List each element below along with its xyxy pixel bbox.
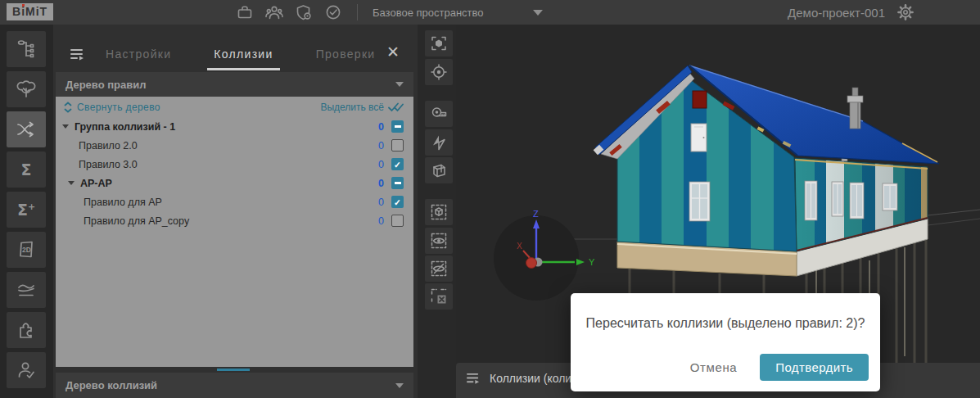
navigation-gizmo[interactable]: Z Y X — [494, 209, 595, 301]
tree-row-rule[interactable]: Правило 3.0 0 — [56, 155, 413, 174]
nature-tree-icon — [16, 79, 37, 100]
collapse-tree-link[interactable]: Свернуть дерево — [77, 102, 160, 113]
sidebar-item-user-check[interactable] — [7, 352, 46, 388]
select-all-control[interactable]: Выделить всё — [320, 102, 404, 113]
section-plane-icon — [430, 133, 448, 152]
chevron-down-icon — [395, 383, 404, 388]
collisions-tree-title: Дерево коллизий — [65, 379, 157, 391]
gable-door — [691, 124, 707, 152]
sidebar-item-sum-add[interactable]: Σ+ — [7, 192, 46, 228]
bimit-app: BiMiT Базовое пространство Демо-проект-0… — [0, 0, 980, 398]
fit-view-button[interactable] — [425, 30, 453, 57]
briefcase-icon[interactable] — [236, 3, 254, 21]
workspace-selector[interactable]: Базовое пространство — [373, 7, 543, 19]
view-toolbar — [418, 25, 456, 398]
chimney — [847, 88, 863, 129]
gear-icon[interactable] — [896, 3, 915, 21]
close-icon[interactable]: ✕ — [386, 46, 400, 59]
tree-row-label: Правило 3.0 — [79, 159, 138, 170]
measure-button[interactable] — [425, 101, 453, 127]
sidebar-item-approximation[interactable] — [7, 272, 46, 308]
plugins-icon — [16, 319, 37, 341]
hide-selected-icon — [430, 260, 448, 278]
expand-caret-icon[interactable] — [62, 124, 69, 129]
hide-selected-button[interactable] — [425, 256, 453, 282]
sidebar-item-sheets-2d[interactable]: 2D — [7, 232, 46, 268]
section-box-icon — [430, 161, 448, 179]
expand-caret-icon[interactable] — [68, 181, 75, 185]
selection-box-button[interactable] — [425, 199, 453, 225]
gizmo-x-label: X — [517, 242, 522, 251]
collisions-tree-header[interactable]: Дерево коллизий — [56, 373, 413, 398]
gizmo-z-label: Z — [533, 209, 539, 219]
panel-collapse-icon[interactable] — [70, 47, 86, 66]
tree-row-group[interactable]: АР-АР 0 — [56, 174, 413, 192]
dialog-message: Пересчитать коллизии (выделено правил: 2… — [571, 316, 880, 331]
rules-tree: Свернуть дерево Выделить всё Группа колл… — [56, 97, 413, 367]
tree-row-label: Группа коллизий - 1 — [75, 121, 175, 133]
sidebar-item-plugins[interactable] — [7, 312, 46, 348]
tree-row-rule[interactable]: Правило для АР 0 — [56, 192, 413, 211]
topbar-right: Демо-проект-001 — [788, 0, 915, 25]
rule-checkbox[interactable] — [391, 196, 404, 208]
model-tree-icon — [16, 38, 37, 60]
confirm-button[interactable]: Подтвердить — [760, 354, 869, 381]
project-title: Демо-проект-001 — [788, 6, 885, 20]
cancel-button[interactable]: Отмена — [690, 360, 737, 374]
panel-resize-handle[interactable] — [217, 369, 250, 371]
approximation-icon — [16, 279, 37, 301]
gizmo-y-label: Y — [589, 257, 595, 267]
panel-collapse-icon[interactable] — [466, 372, 481, 389]
svg-text:2D: 2D — [22, 246, 31, 254]
show-selected-button[interactable] — [425, 228, 453, 254]
chevron-down-icon — [533, 10, 543, 16]
rules-tree-header[interactable]: Дерево правил — [56, 72, 413, 97]
collapse-expand-icon[interactable] — [64, 102, 72, 113]
rule-checkbox[interactable] — [391, 177, 404, 189]
left-sidebar: Σ Σ+ 2D — [0, 25, 53, 398]
rule-checkbox[interactable] — [391, 139, 404, 152]
rule-checkbox[interactable] — [391, 120, 404, 133]
clear-selection-icon — [430, 287, 448, 305]
sum-icon: Σ — [21, 161, 32, 179]
tree-row-label: Правило для АР_copy — [84, 215, 189, 227]
rule-checkbox[interactable] — [391, 215, 404, 227]
section-plane-button[interactable] — [425, 129, 453, 156]
collision-count: 0 — [378, 178, 384, 189]
tree-row-label: Правило 2.0 — [79, 140, 138, 152]
gable-window — [689, 182, 710, 221]
collision-count: 0 — [378, 215, 384, 227]
recalculate-dialog: Пересчитать коллизии (выделено правил: 2… — [571, 293, 880, 391]
tree-row-rule[interactable]: Правило 2.0 0 — [56, 136, 413, 155]
fit-view-icon — [430, 34, 448, 52]
tree-controls: Свернуть дерево Выделить всё — [56, 97, 413, 117]
tab-settings[interactable]: Настройки — [99, 43, 178, 70]
tree-row-label: АР-АР — [80, 178, 112, 189]
check-circle-icon[interactable] — [324, 3, 342, 21]
locate-button[interactable] — [425, 59, 453, 85]
collisions-icon — [15, 119, 38, 140]
rule-checkbox[interactable] — [391, 158, 404, 170]
sidebar-item-collisions[interactable] — [7, 111, 46, 147]
sidebar-item-nature-tree[interactable] — [7, 71, 46, 107]
tab-collisions[interactable]: Коллизии — [207, 43, 279, 70]
workspace-label: Базовое пространство — [373, 7, 484, 19]
topbar-separator — [357, 4, 358, 20]
sidebar-item-sum[interactable]: Σ — [7, 152, 46, 188]
tree-row-group[interactable]: Группа коллизий - 1 0 — [56, 117, 413, 136]
sheets-2d-icon: 2D — [16, 239, 37, 260]
shield-icon[interactable] — [295, 3, 313, 21]
show-selected-icon — [430, 232, 448, 250]
team-icon[interactable] — [265, 3, 283, 21]
selection-box-icon — [430, 203, 448, 221]
tree-row-label: Правило для АР — [84, 197, 162, 208]
dialog-actions: Отмена Подтвердить — [690, 354, 869, 381]
gable-vent — [693, 91, 707, 108]
user-check-icon — [16, 360, 37, 381]
tab-checks[interactable]: Проверки — [309, 43, 382, 70]
section-box-button[interactable] — [425, 157, 453, 183]
clear-selection-button[interactable] — [425, 283, 453, 310]
tree-row-rule[interactable]: Правило для АР_copy 0 — [56, 211, 413, 230]
measure-icon — [430, 105, 448, 123]
sidebar-item-model-tree[interactable] — [7, 31, 46, 67]
